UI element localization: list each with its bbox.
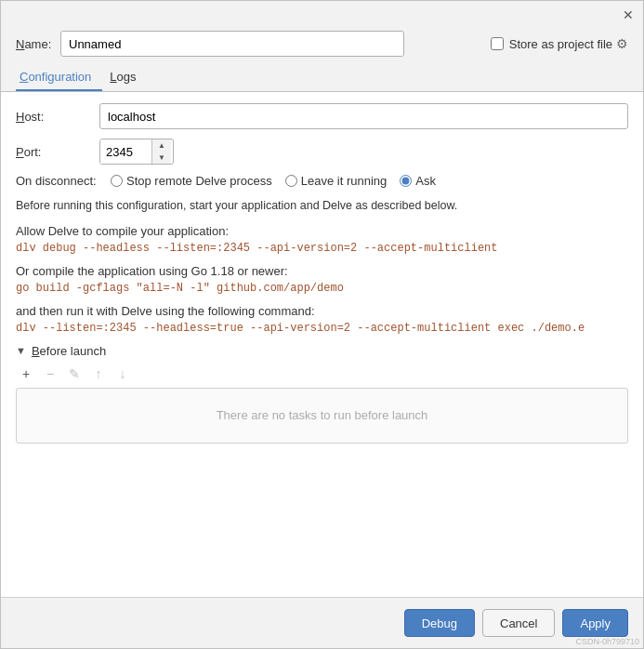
before-launch-toolbar: + − ✎ ↑ ↓ <box>16 364 628 384</box>
run-cmd: dlv --listen=:2345 --headless=true --api… <box>16 322 628 335</box>
radio-group: Stop remote Delve process Leave it runni… <box>111 174 436 188</box>
tabs-row: Configuration Logs <box>1 64 643 92</box>
port-decrement-button[interactable]: ▼ <box>152 152 171 164</box>
host-input[interactable] <box>99 103 628 129</box>
tasks-empty-area: There are no tasks to run before launch <box>16 388 628 444</box>
header-row: Name: Store as project file ⚙ <box>1 27 643 64</box>
gear-icon[interactable]: ⚙ <box>616 36 628 51</box>
go-cmd: go build -gcflags "all=-N -l" github.com… <box>16 282 628 295</box>
info-text: Before running this configuration, start… <box>16 197 628 215</box>
apply-button[interactable]: Apply <box>562 609 628 637</box>
remove-task-button[interactable]: − <box>40 364 60 384</box>
name-input[interactable] <box>60 31 404 57</box>
title-bar: ✕ <box>1 1 643 27</box>
store-project-area: Store as project file ⚙ <box>491 36 628 51</box>
radio-leave-input[interactable] <box>285 175 297 187</box>
store-project-label: Store as project file ⚙ <box>509 36 628 51</box>
radio-stop-input[interactable] <box>111 175 123 187</box>
radio-leave[interactable]: Leave it running <box>285 174 388 188</box>
tasks-empty-text: There are no tasks to run before launch <box>217 408 428 422</box>
port-input-wrap: ▲ ▼ <box>99 139 174 165</box>
edit-task-button[interactable]: ✎ <box>64 364 85 384</box>
debug-button[interactable]: Debug <box>404 609 475 637</box>
before-launch-section: ▼ Before launch + − ✎ ↑ ↓ There are no t… <box>16 344 628 444</box>
disconnect-row: On disconnect: Stop remote Delve process… <box>16 174 628 188</box>
radio-stop[interactable]: Stop remote Delve process <box>111 174 272 188</box>
port-increment-button[interactable]: ▲ <box>152 139 171 152</box>
disconnect-label: On disconnect: <box>16 174 99 188</box>
go-title: Or compile the application using Go 1.18… <box>16 264 628 278</box>
add-task-button[interactable]: + <box>16 364 36 384</box>
move-down-button[interactable]: ↓ <box>112 364 133 384</box>
radio-ask-input[interactable] <box>400 175 412 187</box>
tab-logs[interactable]: Logs <box>106 64 147 91</box>
before-launch-label: Before launch <box>32 344 106 358</box>
collapse-icon: ▼ <box>16 345 26 356</box>
port-input[interactable] <box>100 139 151 164</box>
watermark: CSDN-0h799710 <box>575 637 639 646</box>
cancel-button[interactable]: Cancel <box>482 609 555 637</box>
footer: Debug Cancel Apply <box>1 597 643 648</box>
close-button[interactable]: ✕ <box>621 7 636 22</box>
before-launch-header[interactable]: ▼ Before launch <box>16 344 628 358</box>
run-title: and then run it with Delve using the fol… <box>16 304 628 318</box>
port-field-row: Port: ▲ ▼ <box>16 139 628 165</box>
dialog: ✕ Name: Store as project file ⚙ Configur… <box>0 0 644 649</box>
tab-configuration[interactable]: Configuration <box>16 64 102 91</box>
compile-title: Allow Delve to compile your application: <box>16 224 628 238</box>
name-label: Name: <box>16 37 53 51</box>
port-spinner: ▲ ▼ <box>151 139 171 164</box>
move-up-button[interactable]: ↑ <box>88 364 109 384</box>
content-area: Host: Port: ▲ ▼ On disconnect: <box>1 92 643 597</box>
host-field-row: Host: <box>16 103 628 129</box>
radio-ask[interactable]: Ask <box>400 174 436 188</box>
compile-cmd: dlv debug --headless --listen=:2345 --ap… <box>16 242 628 255</box>
host-label: Host: <box>16 110 99 124</box>
port-label: Port: <box>16 145 99 159</box>
store-project-checkbox[interactable] <box>491 37 504 50</box>
